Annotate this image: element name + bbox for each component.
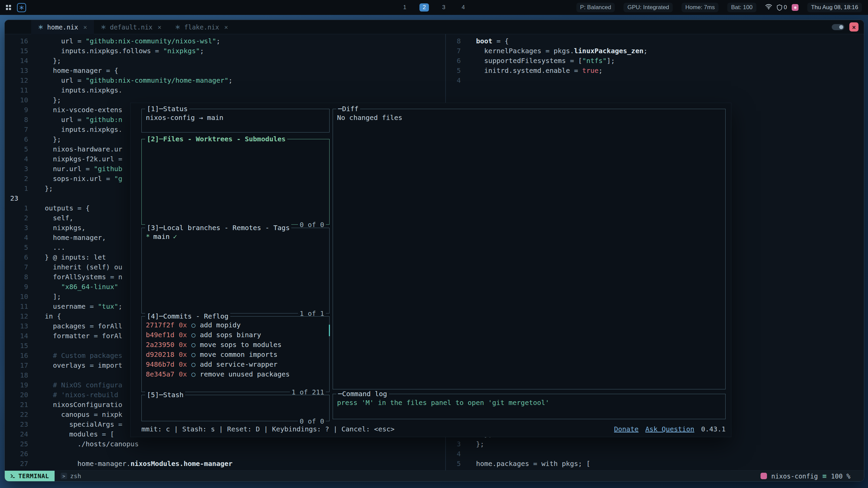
line-number: 15: [10, 341, 28, 351]
code-line: 4: [446, 449, 864, 459]
code-text: url = "github:nix-community/nixos-wsl";: [28, 36, 220, 46]
diff-content: No changed files: [337, 114, 402, 122]
tab-default.nix[interactable]: default.nix×: [94, 20, 168, 34]
lazygit-popup: [1]─Status nixos-config → main [2]─Files…: [131, 103, 731, 437]
line-number: 26: [10, 449, 28, 459]
tab-label: home.nix: [47, 23, 78, 31]
code-text: inputs.nixpkgs.: [28, 85, 122, 95]
commit-author-mark: 0x: [179, 360, 187, 368]
branch-row[interactable]: *main✓: [146, 232, 325, 242]
commit-row[interactable]: b49ef1d0x○add sops binary: [146, 330, 325, 340]
commits-scrollbar[interactable]: [329, 325, 330, 336]
lazygit-status-panel[interactable]: [1]─Status nixos-config → main: [141, 109, 330, 133]
commit-message: move sops to modules: [200, 341, 281, 349]
panel-title: [3]─Local branches - Remotes - Tags: [145, 223, 291, 232]
line-number: 8: [446, 36, 461, 46]
line-number: 3: [10, 164, 28, 174]
lazygit-diff-panel[interactable]: ─Diff No changed files: [333, 109, 726, 389]
code-text: };: [28, 56, 61, 66]
commit-graph-icon: ○: [191, 370, 195, 378]
tab-close-icon[interactable]: ×: [158, 23, 161, 31]
code-line: 13 home-manager = {: [10, 66, 445, 76]
code-line: 25 ./hosts/canopus: [10, 439, 445, 449]
commit-row[interactable]: 2a239500x○move sops to modules: [146, 340, 325, 350]
nix-badge-icon[interactable]: [17, 3, 26, 12]
panel-title: [4]─Commits - Reflog: [145, 312, 230, 321]
line-number: 2: [10, 213, 28, 223]
code-text: username = "tux";: [28, 302, 122, 311]
window-close-button[interactable]: ×: [849, 22, 859, 32]
mode-indicator: TERMINAL: [5, 471, 55, 481]
workspace-button-2[interactable]: 2: [420, 3, 429, 12]
commit-graph-icon: ○: [191, 341, 195, 349]
code-text: canopus = nixpk: [28, 410, 122, 420]
commit-author-mark: 0x: [179, 370, 187, 378]
code-text: self,: [28, 213, 73, 223]
code-text: [461, 85, 476, 95]
pin-toggle[interactable]: [832, 24, 844, 30]
code-line: 3};: [446, 439, 864, 449]
line-number: 2: [10, 174, 28, 184]
commit-author-mark: 0x: [179, 321, 187, 329]
code-line: 11 inputs.nixpkgs.: [10, 85, 445, 95]
commit-row[interactable]: d9202180x○move common imports: [146, 350, 325, 360]
apps-grid-icon[interactable]: [5, 4, 12, 11]
workspace-button-3[interactable]: 3: [439, 3, 448, 12]
lazygit-files-panel[interactable]: [2]─Files - Worktrees - Submodules 0 of …: [141, 139, 330, 225]
lazygit-command-log-panel[interactable]: ─Command log press 'M' in the files pane…: [333, 394, 726, 419]
tab-close-icon[interactable]: ×: [83, 23, 87, 31]
commit-graph-icon: ○: [191, 350, 195, 359]
commit-hash: d920218: [146, 350, 174, 359]
line-number: 3: [446, 439, 461, 449]
code-text: [28, 370, 45, 380]
status-segment: Home: 7ms: [682, 3, 718, 12]
line-number: 12: [10, 311, 28, 321]
line-number: 9: [10, 105, 28, 115]
line-number: 7: [10, 125, 28, 135]
code-text: sops-nix.url = "g: [28, 174, 122, 184]
commit-row[interactable]: 2717f2f0x○add mopidy: [146, 320, 325, 330]
commit-row[interactable]: 9486b7d0x○add service-wrapper: [146, 360, 325, 369]
commit-graph-icon: ○: [191, 331, 195, 339]
code-text: home-manager = {: [28, 66, 118, 76]
tab-close-icon[interactable]: ×: [224, 23, 228, 31]
ask-question-link[interactable]: Ask Question: [645, 424, 694, 434]
tab-home.nix[interactable]: home.nix×: [31, 20, 94, 34]
tab-flake.nix[interactable]: flake.nix×: [168, 20, 235, 34]
line-number: 8: [10, 115, 28, 125]
lazygit-branches-panel[interactable]: [3]─Local branches - Remotes - Tags 1 of…: [141, 228, 330, 313]
panel-title: ─Command log: [336, 389, 389, 398]
tray-app-icon[interactable]: [792, 4, 798, 11]
donate-link[interactable]: Donate: [614, 424, 638, 434]
code-text: inputs.nixpkgs.follows = "nixpkgs";: [28, 46, 204, 56]
repo-branch-status: nixos-config → main: [146, 114, 223, 122]
tray-icons: 0: [765, 4, 798, 11]
line-number: 20: [10, 390, 28, 400]
commit-row[interactable]: 8e345a70x○remove unused packages: [146, 369, 325, 379]
line-number: 5: [10, 144, 28, 154]
code-line: 12 url = "github:nix-community/home-mana…: [10, 76, 445, 85]
panel-title: [2]─Files - Worktrees - Submodules: [145, 135, 287, 143]
clock[interactable]: Thu Aug 08, 18:16: [807, 3, 862, 12]
line-number: 19: [10, 380, 28, 390]
mode-label: TERMINAL: [18, 472, 49, 480]
workspace-button-4[interactable]: 4: [458, 3, 468, 12]
code-text: initrd.systemd.enable = true;: [461, 66, 603, 76]
lazygit-commits-panel[interactable]: [4]─Commits - Reflog 1 of 211 2717f2f0x○…: [141, 316, 330, 392]
code-text: };: [28, 135, 61, 144]
line-number: 11: [10, 302, 28, 311]
status-segment: P: Balanced: [576, 3, 615, 12]
line-number: 16: [10, 351, 28, 361]
shell-name: zsh: [70, 472, 81, 480]
line-number: 1: [10, 184, 28, 194]
code-text: [28, 341, 45, 351]
shield-icon[interactable]: 0: [777, 4, 787, 11]
code-text: inputs.nixpkgs.: [28, 125, 122, 135]
workspace-button-1[interactable]: 1: [400, 3, 409, 12]
code-text: nix-vscode-extens: [28, 105, 122, 115]
commit-hash: b49ef1d: [146, 331, 174, 339]
lazygit-stash-panel[interactable]: [5]─Stash 0 of 0: [141, 395, 330, 421]
line-number: 13: [10, 321, 28, 331]
code-line: 14 };: [10, 56, 445, 66]
wifi-icon[interactable]: [765, 4, 772, 11]
